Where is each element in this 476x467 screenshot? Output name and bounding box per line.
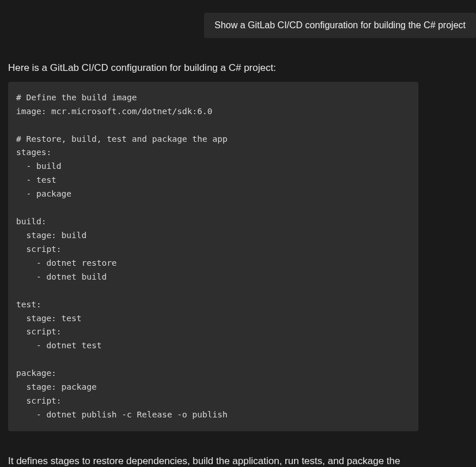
user-message-bubble[interactable]: Show a GitLab CI/CD configuration for bu… xyxy=(204,13,476,38)
chat-container: Show a GitLab CI/CD configuration for bu… xyxy=(0,0,476,467)
assistant-intro-text: Here is a GitLab CI/CD configuration for… xyxy=(8,61,418,75)
assistant-message: Here is a GitLab CI/CD configuration for… xyxy=(0,61,426,467)
user-message-text: Show a GitLab CI/CD configuration for bu… xyxy=(214,20,466,30)
assistant-outro-text: It defines stages to restore dependencie… xyxy=(8,454,418,467)
code-block[interactable]: # Define the build image image: mcr.micr… xyxy=(8,82,418,431)
